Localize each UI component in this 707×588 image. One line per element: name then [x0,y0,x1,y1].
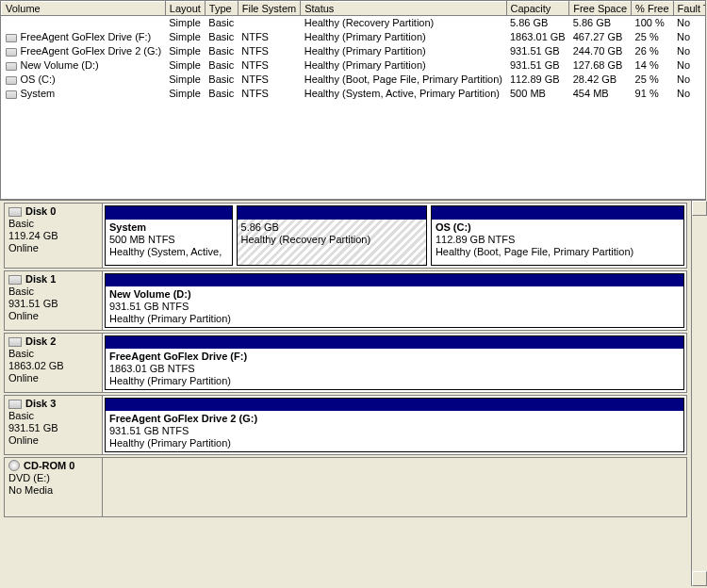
col-capacity[interactable]: Capacity [506,2,569,16]
disk-row: Disk 0Basic119.24 GBOnlineSystem500 MB N… [4,203,687,269]
partition[interactable]: FreeAgent GoFlex Drive (F:)1863.01 GB NT… [105,335,684,390]
partition[interactable]: 5.86 GBHealthy (Recovery Partition) [237,205,427,266]
partition-header-bar [238,206,426,220]
drive-icon [6,45,21,57]
disk-info[interactable]: CD-ROM 0DVD (E:)No Media [4,457,102,517]
col-file-system[interactable]: File System [238,2,300,16]
partition-body: FreeAgent GoFlex Drive 2 (G:)931.51 GB N… [106,411,683,451]
partition-strip: FreeAgent GoFlex Drive 2 (G:)931.51 GB N… [102,395,687,455]
partition-body: System500 MB NTFSHealthy (System, Active… [106,220,232,265]
col-type[interactable]: Type [205,2,238,16]
volume-list[interactable]: VolumeLayoutTypeFile SystemStatusCapacit… [0,0,706,200]
disk-icon [8,398,25,409]
disk-row: Disk 3Basic931.51 GBOnlineFreeAgent GoFl… [4,395,687,455]
volume-row[interactable]: SystemSimpleBasicNTFSHealthy (System, Ac… [2,87,707,101]
partition[interactable]: System500 MB NTFSHealthy (System, Active… [105,205,233,266]
scroll-down-icon[interactable] [692,571,707,586]
volume-row[interactable]: OS (C:)SimpleBasicNTFSHealthy (Boot, Pag… [2,73,707,87]
no-media-strip [102,457,687,517]
partition-header-bar [106,274,683,286]
volume-row[interactable]: New Volume (D:)SimpleBasicNTFSHealthy (P… [2,58,707,73]
disk-row: CD-ROM 0DVD (E:)No Media [4,457,687,517]
partition[interactable]: FreeAgent GoFlex Drive 2 (G:)931.51 GB N… [105,398,684,452]
disk-info[interactable]: Disk 0Basic119.24 GBOnline [4,203,102,269]
drive-icon [6,74,21,85]
partition-strip: FreeAgent GoFlex Drive (F:)1863.01 GB NT… [102,333,687,393]
partition-strip: New Volume (D:)931.51 GB NTFSHealthy (Pr… [102,270,687,331]
partition-body: New Volume (D:)931.51 GB NTFSHealthy (Pr… [106,286,683,327]
disk-graphic-pane: Disk 0Basic119.24 GBOnlineSystem500 MB N… [0,200,706,586]
disk-icon [8,335,25,347]
partition-header-bar [432,206,683,220]
partition-header-bar [106,399,683,411]
col--free[interactable]: % Free [632,2,673,16]
disk-icon [8,205,25,217]
disk-icon [8,273,25,285]
col-status[interactable]: Status [301,2,506,16]
col-free-space[interactable]: Free Space [569,2,632,16]
vertical-scrollbar[interactable] [691,201,706,586]
disk-info[interactable]: Disk 3Basic931.51 GBOnline [4,395,102,455]
volume-row[interactable]: FreeAgent GoFlex Drive 2 (G:)SimpleBasic… [2,44,707,58]
partition[interactable]: OS (C:)112.89 GB NTFSHealthy (Boot, Page… [431,205,684,266]
disk-row: Disk 1Basic931.51 GBOnlineNew Volume (D:… [4,270,687,331]
col-volume[interactable]: Volume [2,2,166,16]
volume-row[interactable]: FreeAgent GoFlex Drive (F:)SimpleBasicNT… [2,30,707,44]
partition-strip: System500 MB NTFSHealthy (System, Active… [102,203,687,269]
scroll-up-icon[interactable] [692,201,707,216]
partition-body: OS (C:)112.89 GB NTFSHealthy (Boot, Page… [432,220,683,265]
partition-body: FreeAgent GoFlex Drive (F:)1863.01 GB NT… [106,349,683,389]
volume-table: VolumeLayoutTypeFile SystemStatusCapacit… [1,1,706,101]
col-layout[interactable]: Layout [165,2,205,16]
cdrom-icon [8,460,24,471]
drive-icon [6,31,21,42]
partition-body: 5.86 GBHealthy (Recovery Partition) [238,220,426,265]
drive-icon [6,59,21,71]
partition[interactable]: New Volume (D:)931.51 GB NTFSHealthy (Pr… [105,273,684,328]
volume-row[interactable]: SimpleBasicHealthy (Recovery Partition)5… [2,16,707,30]
col-fault-tolerance[interactable]: Fault Tolerance [673,2,706,16]
disk-info[interactable]: Disk 1Basic931.51 GBOnline [4,270,102,331]
partition-header-bar [106,206,232,220]
disk-info[interactable]: Disk 2Basic1863.02 GBOnline [4,333,102,393]
partition-header-bar [106,336,683,349]
drive-icon [6,88,21,99]
disk-row: Disk 2Basic1863.02 GBOnlineFreeAgent GoF… [4,333,687,393]
